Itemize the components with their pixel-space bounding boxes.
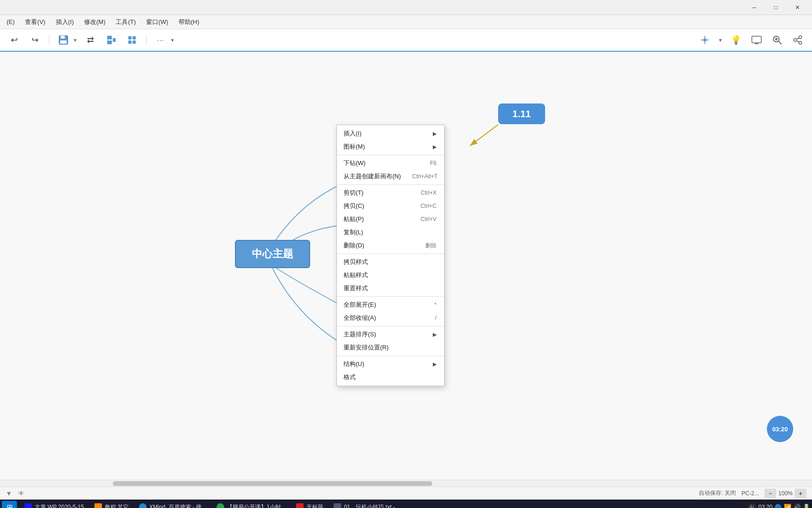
- titlebar-buttons: ─ □ ✕: [743, 0, 808, 15]
- ctx-structure[interactable]: 结构(U) ▶: [337, 357, 444, 371]
- ctx-copy[interactable]: 拷贝(C) Ctrl+C: [337, 199, 444, 213]
- svg-rect-7: [133, 36, 136, 40]
- scrollbar-thumb[interactable]: [113, 481, 432, 486]
- taskbar-wp-label: 文章 WP 2020-5-15: [35, 503, 84, 508]
- ctx-reset-style[interactable]: 重置样式: [337, 282, 444, 295]
- minimize-button[interactable]: ─: [743, 0, 765, 15]
- ctx-sort[interactable]: 主题排序(S) ▶: [337, 328, 444, 341]
- view-dropdown-arrow[interactable]: ▼: [717, 37, 724, 44]
- ctx-paste-style[interactable]: 粘贴样式: [337, 269, 444, 282]
- menu-tools[interactable]: 工具(T): [111, 16, 141, 28]
- taskbar-tutorial-label: 教程 其它: [105, 503, 129, 508]
- center-node[interactable]: 中心主题: [235, 240, 310, 268]
- svg-point-22: [799, 36, 802, 39]
- ctx-duplicate[interactable]: 复制(L): [337, 226, 444, 239]
- svg-rect-6: [128, 36, 132, 40]
- undo-button[interactable]: ↩: [6, 32, 23, 48]
- save-button[interactable]: [55, 32, 72, 48]
- svg-rect-1: [61, 36, 65, 39]
- taskbar-right: Ai 03:20 🔵 📶 🔊 🔋: [747, 503, 810, 508]
- ctx-expand-all[interactable]: 全部展开(E) *: [337, 298, 444, 311]
- filter-icon: ▼: [6, 490, 12, 497]
- taskbar-ai-label: Ai: [747, 503, 757, 508]
- menu-view[interactable]: 查看(V): [20, 16, 50, 28]
- menu-help[interactable]: 帮助(H): [174, 16, 204, 28]
- zoom-button[interactable]: [769, 32, 786, 48]
- svg-line-26: [796, 41, 799, 42]
- clock-bubble: 03:20: [767, 416, 793, 442]
- statusbar: ▼ 👁 自动保存: 关闭 PC-2... － 100% ＋: [0, 486, 812, 500]
- svg-rect-9: [133, 40, 136, 44]
- more-group: ··· ▼: [152, 32, 176, 48]
- ctx-sep-1: [337, 155, 444, 155]
- more-button[interactable]: ···: [152, 32, 169, 48]
- svg-rect-15: [752, 36, 761, 43]
- taskbar-item-netease[interactable]: 【网易公开课】1小时...: [212, 501, 290, 508]
- svg-line-19: [779, 41, 781, 44]
- close-button[interactable]: ✕: [787, 0, 808, 15]
- taskbar-untitled-label: 无标题: [306, 503, 323, 508]
- zoom-level: 100%: [778, 490, 793, 497]
- statusbar-right: 自动保存: 关闭 PC-2... － 100% ＋: [699, 489, 806, 498]
- taskbar-item-tips[interactable]: 01、玩机小技巧.txt -...: [329, 501, 405, 508]
- present-button[interactable]: [748, 32, 765, 48]
- zoom-out-button[interactable]: －: [765, 489, 776, 498]
- taskbar-item-tutorial[interactable]: 教程 其它: [90, 501, 133, 508]
- ctx-format[interactable]: 格式: [337, 371, 444, 384]
- taskbar-netease-label: 【网易公开课】1小时...: [227, 503, 286, 508]
- menu-modify[interactable]: 修改(M): [79, 16, 110, 28]
- taskbar-tips-label: 01、玩机小技巧.txt -...: [344, 503, 400, 508]
- ctx-sep-6: [337, 356, 444, 356]
- taskbar-item-xmind[interactable]: XMind_百度搜索 - 搜...: [134, 501, 211, 508]
- taskbar-bluetooth: 🔵: [774, 504, 782, 508]
- ctx-icon[interactable]: 图标(M) ▶: [337, 140, 444, 153]
- mindmap-view-button[interactable]: [696, 32, 713, 48]
- taskbar-wp-icon: [24, 503, 32, 508]
- scrollbar-area[interactable]: [0, 480, 812, 486]
- taskbar-item-wp[interactable]: 文章 WP 2020-5-15: [20, 501, 89, 508]
- ctx-paste[interactable]: 粘贴(P) Ctrl+V: [337, 213, 444, 226]
- taskbar-start[interactable]: ⊞: [2, 501, 17, 508]
- sync-button[interactable]: ⇄: [82, 32, 99, 48]
- taskbar: ⊞ 文章 WP 2020-5-15 教程 其它 XMind_百度搜索 - 搜..…: [0, 500, 812, 508]
- node-1-11[interactable]: 1.11: [498, 103, 545, 124]
- maximize-button[interactable]: □: [765, 0, 787, 15]
- svg-rect-3: [107, 36, 112, 40]
- save-group: ▼: [55, 32, 78, 48]
- taskbar-netease-icon: [217, 503, 224, 508]
- ctx-cut[interactable]: 剪切(T) Ctrl+X: [337, 186, 444, 199]
- ctx-copy-style[interactable]: 拷贝样式: [337, 255, 444, 269]
- ctx-insert[interactable]: 插入(I) ▶: [337, 127, 444, 140]
- ctx-drill[interactable]: 下钻(W) F6: [337, 157, 444, 170]
- save-dropdown-arrow[interactable]: ▼: [72, 37, 78, 44]
- visibility-icon: 👁: [18, 490, 24, 497]
- ctx-sep-5: [337, 326, 444, 326]
- taskbar-clock: 03:20: [758, 504, 773, 508]
- menu-edit[interactable]: (E): [2, 16, 19, 27]
- svg-rect-4: [107, 40, 112, 44]
- toolbar: ↩ ↪ ▼ ⇄ ··· ▼: [0, 29, 812, 52]
- menu-window[interactable]: 窗口(W): [141, 16, 173, 28]
- ctx-collapse-all[interactable]: 全部收缩(A) /: [337, 311, 444, 325]
- autosave-status: 自动保存: 关闭: [699, 489, 736, 497]
- context-menu: 插入(I) ▶ 图标(M) ▶ 下钻(W) F6 从主题创建新画布(N) Ctr…: [336, 125, 445, 386]
- ctx-delete[interactable]: 删除(D) 删除: [337, 239, 444, 252]
- more-dropdown-arrow[interactable]: ▼: [169, 37, 176, 44]
- titlebar: ─ □ ✕: [0, 0, 812, 15]
- zoom-in-button[interactable]: ＋: [795, 489, 806, 498]
- taskbar-tutorial-icon: [94, 503, 102, 508]
- svg-line-28: [470, 125, 498, 146]
- redo-button[interactable]: ↪: [26, 32, 43, 48]
- bulb-button[interactable]: 💡: [727, 32, 744, 48]
- ctx-rearrange[interactable]: 重新安排位置(R): [337, 341, 444, 354]
- taskbar-item-untitled[interactable]: 无标题: [291, 501, 328, 508]
- taskbar-speaker: 🔊: [793, 504, 801, 508]
- ctx-new-canvas[interactable]: 从主题创建新画布(N) Ctrl+Alt+T: [337, 170, 444, 183]
- export2-button[interactable]: [124, 32, 141, 48]
- canvas[interactable]: 中心主题 00 1 3 2 1.11 插入(I) ▶ 图标(M) ▶ 下钻(W)…: [0, 52, 812, 480]
- export1-button[interactable]: [103, 32, 120, 48]
- taskbar-wifi: 📶: [784, 504, 791, 508]
- menu-insert[interactable]: 插入(I): [51, 16, 78, 28]
- share-button[interactable]: [789, 32, 806, 48]
- ctx-sep-3: [337, 254, 444, 254]
